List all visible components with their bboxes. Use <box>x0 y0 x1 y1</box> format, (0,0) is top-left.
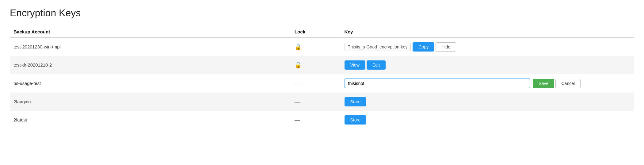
view-button[interactable]: View <box>345 60 365 70</box>
lock-cell: — <box>291 93 341 111</box>
table-row: test-20201230-win-tmpl🔒This/is_a-Good_en… <box>10 38 634 56</box>
account-cell: bs-usage-test <box>10 74 291 93</box>
table-row: 2faagain—Store <box>10 93 634 111</box>
account-cell: 2faagain <box>10 93 291 111</box>
no-lock-dash: — <box>295 80 300 86</box>
lock-cell: — <box>291 74 341 93</box>
lock-closed-icon: 🔒 <box>295 44 302 50</box>
table-row: test-dr-20201210-2🔓ViewEdit <box>10 56 634 74</box>
col-header-account: Backup Account <box>10 26 291 38</box>
encryption-keys-table: Backup Account Lock Key test-20201230-wi… <box>10 26 634 129</box>
account-cell: 2fatest <box>10 111 291 129</box>
lock-open-icon: 🔓 <box>295 62 302 68</box>
key-value-display: This/is_a-Good_encryption-key <box>345 43 411 51</box>
lock-cell: 🔓 <box>291 56 341 74</box>
key-cell: ViewEdit <box>341 56 634 74</box>
col-header-lock: Lock <box>291 26 341 38</box>
cancel-button[interactable]: Cancel <box>555 79 581 88</box>
key-cell: This/is_a-Good_encryption-keyCopyHide <box>341 38 634 56</box>
store-button[interactable]: Store <box>345 115 367 125</box>
copy-button[interactable]: Copy <box>413 42 434 52</box>
edit-button[interactable]: Edit <box>367 60 386 70</box>
table-row: bs-usage-test—SaveCancel <box>10 74 634 93</box>
account-cell: test-20201230-win-tmpl <box>10 38 291 56</box>
key-cell: Store <box>341 93 634 111</box>
lock-cell: 🔒 <box>291 38 341 56</box>
col-header-key: Key <box>341 26 634 38</box>
key-cell: Store <box>341 111 634 129</box>
no-lock-dash: — <box>295 99 300 105</box>
page-title: Encryption Keys <box>10 7 634 19</box>
table-row: 2fatest—Store <box>10 111 634 129</box>
save-button[interactable]: Save <box>533 79 554 88</box>
key-cell: SaveCancel <box>341 74 634 93</box>
hide-button[interactable]: Hide <box>436 42 456 52</box>
account-cell: test-dr-20201210-2 <box>10 56 291 74</box>
key-input[interactable] <box>345 79 531 88</box>
lock-cell: — <box>291 111 341 129</box>
store-button[interactable]: Store <box>345 97 367 106</box>
table-header-row: Backup Account Lock Key <box>10 26 634 38</box>
no-lock-dash: — <box>295 117 300 123</box>
